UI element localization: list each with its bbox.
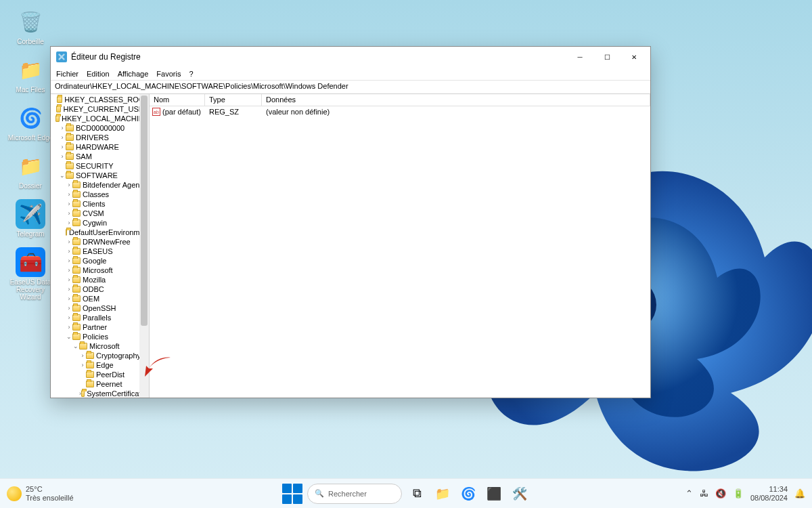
menu-?[interactable]: ? (189, 70, 193, 78)
expand-icon[interactable]: › (59, 123, 66, 133)
desktop-icon-dossier[interactable]: 📁Dossier (7, 151, 54, 190)
expand-icon[interactable]: › (66, 218, 72, 228)
expand-icon[interactable]: › (79, 351, 86, 360)
tree-node[interactable]: ⌄Microsoft (52, 341, 149, 351)
tree-node[interactable]: ›DRIVERS (52, 133, 149, 142)
expand-icon[interactable]: › (59, 133, 66, 142)
tree-node[interactable]: DefaultUserEnvironment (52, 228, 149, 237)
expand-icon[interactable]: › (66, 303, 72, 313)
expand-icon[interactable]: › (79, 360, 86, 370)
tree-node[interactable]: HKEY_LOCAL_MACHINE (52, 114, 149, 123)
expand-icon[interactable]: › (66, 199, 72, 209)
expand-icon[interactable]: › (66, 294, 72, 303)
menu-edition[interactable]: Edition (87, 70, 110, 78)
task-view-button[interactable]: ⧉ (406, 483, 428, 505)
chevron-up-icon[interactable]: ⌃ (685, 488, 693, 499)
tree-node[interactable]: ›BCD00000000 (52, 123, 149, 133)
close-button[interactable]: ✕ (621, 47, 648, 67)
expand-icon[interactable]: › (66, 209, 72, 218)
tree-node[interactable]: ›Classes (52, 190, 149, 199)
desktop-icon-telegram[interactable]: ✈️Telegram (7, 199, 54, 238)
titlebar[interactable]: Éditeur du Registre ─ ☐ ✕ (51, 47, 650, 67)
edge-button[interactable]: 🌀 (457, 483, 479, 505)
expand-icon[interactable]: › (66, 247, 72, 256)
tree-node[interactable]: ›EASEUS (52, 247, 149, 256)
tree-node[interactable]: ›OpenSSH (52, 303, 149, 313)
expand-icon[interactable]: ⌄ (59, 171, 66, 180)
desktop-icon-microsoft-edge[interactable]: 🌀Microsoft Edge (7, 103, 54, 142)
col-header-type[interactable]: Type (205, 94, 262, 106)
expand-icon[interactable]: › (66, 266, 72, 275)
tree-node[interactable]: ›ODBC (52, 284, 149, 294)
expand-icon[interactable]: › (66, 284, 72, 294)
registry-tree[interactable]: HKEY_CLASSES_ROOTHKEY_CURRENT_USERHKEY_L… (51, 94, 150, 398)
weather-widget[interactable]: 25°C Très ensoleillé (0, 485, 74, 501)
desktop-icon-corbeille[interactable]: 🗑️Corbeille (7, 7, 54, 45)
app-button[interactable]: 🛠️ (509, 483, 531, 505)
tree-node[interactable]: Peernet (52, 379, 149, 389)
tree-node[interactable]: ⌄Policies (52, 332, 149, 341)
maximize-button[interactable]: ☐ (593, 47, 621, 67)
desktop-icon-easeus[interactable]: 🧰EaseUS Data Recovery Wizard (7, 247, 54, 301)
expand-icon[interactable]: › (66, 256, 72, 266)
folder-icon (86, 371, 94, 378)
expand-icon[interactable]: › (66, 313, 72, 322)
tree-node[interactable]: ›Bitdefender Agent (52, 180, 149, 190)
menu-fichier[interactable]: Fichier (56, 70, 78, 78)
taskbar-clock[interactable]: 11:34 08/08/2024 (750, 485, 788, 501)
tree-scrollbar[interactable] (139, 94, 149, 398)
address-bar[interactable]: Ordinateur\HKEY_LOCAL_MACHINE\SOFTWARE\P… (51, 81, 650, 94)
tree-node[interactable]: SECURITY (52, 161, 149, 171)
tree-node[interactable]: ›Edge (52, 360, 149, 370)
tree-node[interactable]: ›Cygwin (52, 218, 149, 228)
tree-node[interactable]: ›Clients (52, 199, 149, 209)
volume-mute-icon[interactable]: 🔇 (715, 488, 726, 499)
tree-node-label: EASEUS (83, 247, 113, 256)
notifications-icon[interactable]: 🔔 (794, 488, 805, 499)
tree-node[interactable]: ›Google (52, 256, 149, 266)
desktop-icon-label: Mac Files (7, 86, 54, 93)
taskbar-search[interactable]: 🔍 Rechercher (307, 484, 402, 504)
tree-node[interactable]: ›Partner (52, 322, 149, 332)
minimize-button[interactable]: ─ (566, 47, 593, 67)
tree-node[interactable]: HKEY_CLASSES_ROOT (52, 95, 149, 104)
expand-icon[interactable]: › (66, 237, 72, 247)
expand-icon[interactable]: ⌄ (66, 332, 72, 341)
list-row[interactable]: ab(par défaut)REG_SZ(valeur non définie) (150, 106, 650, 117)
expand-icon[interactable]: › (59, 142, 66, 152)
tree-node-label: BCD00000000 (76, 123, 125, 133)
expand-icon[interactable]: › (66, 180, 72, 190)
tree-node[interactable]: ›Mozilla (52, 275, 149, 284)
expand-icon[interactable]: › (59, 152, 66, 161)
tree-node[interactable]: ›HARDWARE (52, 142, 149, 152)
tree-node[interactable]: ›CVSM (52, 209, 149, 218)
expand-icon[interactable]: ⌄ (72, 341, 79, 351)
folder-icon (57, 96, 63, 103)
list-header[interactable]: Nom Type Données (150, 94, 650, 106)
tree-node[interactable]: ›Microsoft (52, 266, 149, 275)
network-icon[interactable]: 🖧 (700, 488, 708, 499)
explorer-button[interactable]: 📁 (432, 483, 453, 505)
values-list[interactable]: Nom Type Données ab(par défaut)REG_SZ(va… (150, 94, 650, 398)
menu-affichage[interactable]: Affichage (118, 70, 149, 78)
battery-icon[interactable]: 🔋 (733, 488, 744, 499)
system-tray[interactable]: ⌃ 🖧 🔇 🔋 11:34 08/08/2024 🔔 (685, 485, 812, 501)
desktop-icon-mac-files[interactable]: 📁Mac Files (7, 55, 54, 93)
expand-icon[interactable]: › (66, 190, 72, 199)
tree-node[interactable]: ›SAM (52, 152, 149, 161)
menu-favoris[interactable]: Favoris (156, 70, 181, 78)
col-header-name[interactable]: Nom (150, 94, 205, 106)
tree-node[interactable]: ›Parallels (52, 313, 149, 322)
tree-node[interactable]: HKEY_CURRENT_USER (52, 104, 149, 114)
tree-node[interactable]: PeerDist (52, 370, 149, 379)
tree-node[interactable]: ›OEM (52, 294, 149, 303)
start-button[interactable] (281, 483, 303, 505)
col-header-data[interactable]: Données (262, 94, 650, 106)
expand-icon[interactable]: › (66, 322, 72, 332)
terminal-button[interactable]: ⬛ (483, 483, 505, 505)
tree-node[interactable]: ›SystemCertificates (52, 389, 149, 398)
tree-node[interactable]: ⌄SOFTWARE (52, 171, 149, 180)
expand-icon[interactable]: › (66, 275, 72, 284)
tree-node[interactable]: ›DRWNewFree (52, 237, 149, 247)
tree-node[interactable]: ›Cryptography (52, 351, 149, 360)
